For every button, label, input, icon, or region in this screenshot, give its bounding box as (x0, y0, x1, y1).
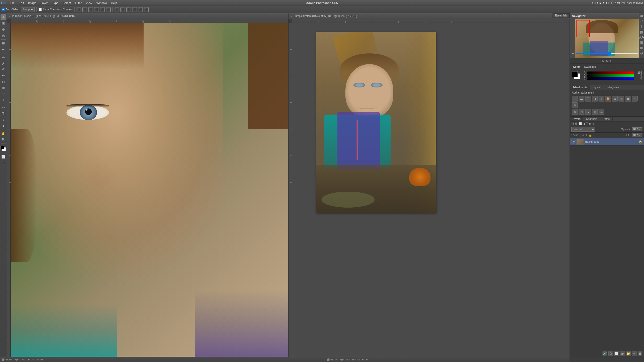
left-canvas-area[interactable]: 1 2 3 4 5 6 (7, 19, 288, 357)
distribute-center-btn[interactable]: ⬛ (120, 7, 125, 12)
menu-layer[interactable]: Layer (38, 1, 50, 5)
posterize-adj[interactable]: ⊟ (579, 109, 584, 115)
align-left-btn[interactable]: ⬛ (77, 7, 81, 12)
pen-tool[interactable]: ✏ (1, 105, 6, 111)
kind-shape-icon[interactable]: ■ (589, 122, 591, 125)
photo-filter-adj[interactable]: ⬤ (625, 96, 631, 102)
status-arrow-left[interactable]: ⬤ (2, 358, 5, 361)
styles-panel-icon[interactable]: ⊞ (639, 45, 644, 50)
layer-mask-btn[interactable]: ⬜ (614, 351, 619, 356)
aa-icon[interactable]: AA (639, 35, 644, 40)
colorbalance-adj[interactable]: ⚖ (612, 96, 618, 102)
settings-icon[interactable]: ⚙ (639, 50, 644, 56)
color-icon[interactable]: ▤ (639, 29, 644, 35)
bw-adj[interactable]: ◐ (618, 96, 624, 102)
eyedropper-tool[interactable]: ✒ (1, 47, 6, 52)
right-nav-back[interactable]: ◀ (340, 358, 342, 361)
zoom-out-icon[interactable]: − (572, 51, 574, 56)
kind-smart-icon[interactable]: ◎ (592, 122, 594, 125)
navigator-content[interactable]: − + (570, 19, 644, 58)
gradient-panel-icon[interactable]: ▥ (639, 40, 644, 45)
distribute-top-btn[interactable]: ⬛ (132, 7, 137, 12)
lock-image-icon[interactable]: ✏ (582, 134, 584, 137)
curves-adj[interactable]: ⌒ (585, 96, 591, 102)
selectivecolor-adj[interactable]: ◎ (599, 109, 604, 115)
align-top-btn[interactable]: ⬛ (94, 7, 99, 12)
threshold-adj[interactable]: ▲ (585, 109, 591, 115)
right-doc-close[interactable]: × (291, 15, 292, 18)
right-canvas-area[interactable] (288, 19, 570, 357)
healing-tool[interactable]: ⊗ (1, 54, 6, 60)
left-nav-back[interactable]: ◀ (15, 358, 17, 361)
right-status-dot[interactable]: ⬤ (327, 358, 330, 361)
color-swatch-area[interactable] (572, 71, 582, 81)
menu-view[interactable]: View (84, 1, 94, 5)
arrows-icon[interactable]: ⇄ (639, 19, 644, 24)
new-adjustment-btn[interactable]: ◑ (620, 351, 625, 356)
paths-tab[interactable]: Paths (600, 117, 613, 121)
align-bottom-btn[interactable]: ⬛ (106, 7, 111, 12)
right-doc-tab[interactable]: × PumpkinPatch2015 (4 of 87).NEF @ 16.2%… (288, 13, 570, 19)
levels-adj[interactable]: ▬ (579, 96, 584, 102)
styles-tab[interactable]: Styles (590, 85, 603, 90)
layers-tab[interactable]: Layers (570, 117, 583, 121)
new-group-btn[interactable]: 📁 (626, 351, 631, 356)
brush-tool[interactable]: 🖌 (1, 60, 6, 66)
menu-file[interactable]: File (8, 1, 17, 5)
hsl-adj[interactable]: 🎨 (605, 96, 611, 102)
delete-layer-btn[interactable]: 🗑 (638, 351, 642, 356)
eraser-tool[interactable]: ◻ (1, 79, 6, 85)
foreground-color[interactable] (1, 146, 4, 149)
screen-mode-btn[interactable]: ⬛ (1, 160, 6, 166)
left-doc-close[interactable]: × (9, 15, 10, 18)
hand-tool[interactable]: ✋ (1, 131, 6, 137)
r-slider[interactable] (587, 71, 634, 74)
kind-type-icon[interactable]: T (586, 122, 588, 125)
vibrance-adj[interactable]: ◈ (599, 96, 604, 102)
lasso-tool[interactable]: ⊙ (1, 27, 6, 32)
quick-select-tool[interactable]: ◎ (1, 33, 6, 39)
show-transform-checkbox[interactable] (39, 8, 42, 11)
swatches-tab[interactable]: Swatches (582, 65, 598, 69)
gradient-tool[interactable]: ▦ (1, 85, 6, 91)
left-doc-tab[interactable]: × PumpkinPatch2015 (4 of 87).NEF @ 53.5%… (7, 13, 288, 19)
color-tab[interactable]: Color (571, 65, 582, 69)
menu-filter[interactable]: Filter (73, 1, 83, 5)
left-canvas-image[interactable] (11, 23, 288, 357)
layer-item-background[interactable]: 👁 Background 🔒 (570, 138, 644, 146)
foreground-swatch[interactable] (572, 71, 578, 77)
colorlookup-adj[interactable]: ⊞ (572, 102, 578, 108)
menu-help[interactable]: Help (109, 1, 119, 5)
navigator-title[interactable]: Navigator (570, 13, 644, 19)
zoom-tool[interactable]: 🔍 (1, 137, 6, 143)
shape-tool[interactable]: ■ (1, 123, 6, 129)
fill-input[interactable]: 100% (632, 133, 642, 137)
auto-select-checkbox[interactable] (2, 8, 5, 11)
adjustments-tab[interactable]: Adjustments (570, 85, 590, 90)
marquee-tool[interactable]: ▣ (1, 20, 6, 26)
show-transform-group[interactable]: Show Transform Controls (39, 8, 73, 11)
lock-transparent-icon[interactable]: ⬚ (579, 134, 581, 137)
align-right-btn[interactable]: ⬛ (88, 7, 93, 12)
layer-visibility-eye[interactable]: 👁 (571, 140, 575, 144)
menu-image[interactable]: Image (26, 1, 39, 5)
channels-tab[interactable]: Channels (583, 117, 600, 121)
quick-mask-btn[interactable]: ⬜ (1, 154, 6, 160)
lock-position-icon[interactable]: ✛ (586, 134, 588, 137)
menu-window[interactable]: Window (94, 1, 109, 5)
clone-tool[interactable]: ✐ (1, 66, 6, 72)
align-middle-btn[interactable]: ⬛ (100, 7, 105, 12)
history-tool[interactable]: ↩ (1, 73, 6, 78)
auto-select-type[interactable]: Group (21, 7, 35, 12)
blend-mode-select[interactable]: Normal (571, 127, 595, 132)
path-select-tool[interactable]: ▷ (1, 117, 6, 123)
distribute-middle-btn[interactable]: ⬛ (138, 7, 143, 12)
histograms-tab[interactable]: Histograms (603, 85, 622, 90)
distribute-left-btn[interactable]: ⬛ (115, 7, 119, 12)
menu-edit[interactable]: Edit (17, 1, 26, 5)
blur-tool[interactable]: ◌ (1, 91, 6, 97)
lock-all-icon[interactable]: 🔒 (589, 134, 592, 137)
channel-mixer-adj[interactable]: ≡ (632, 96, 638, 102)
link-layers-btn[interactable]: 🔗 (603, 351, 607, 356)
auto-select-group[interactable]: Auto-Select: Group (2, 7, 35, 12)
